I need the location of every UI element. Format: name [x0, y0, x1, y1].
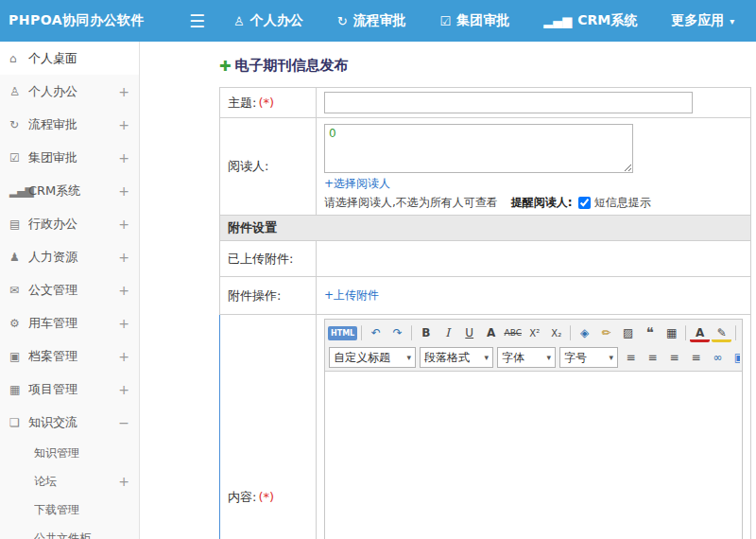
sidebar-item-label: 流程审批 — [28, 116, 114, 133]
redo-button[interactable]: ↷ — [387, 323, 407, 343]
app-logo: PHPOA协同办公软件 — [0, 12, 189, 29]
font-size-select[interactable]: 字号 ▾ — [559, 347, 618, 368]
sidebar-item-workflow-approval[interactable]: ↻ 流程审批 + — [0, 108, 139, 141]
font-name-button[interactable]: A — [481, 323, 501, 343]
sms-notify-label: 短信息提示 — [594, 195, 651, 211]
sidebar-item-archive-mgmt[interactable]: ▣ 档案管理 + — [0, 339, 139, 373]
sidebar-item-group-approval[interactable]: ☑ 集团审批 + — [0, 141, 139, 174]
readers-hint-text: 请选择阅读人,不选为所有人可查看 — [324, 195, 498, 211]
chevron-down-icon: ▾ — [609, 353, 613, 362]
sidebar-item-download-mgmt[interactable]: 下载管理 — [0, 496, 139, 524]
sidebar-item-label: 个人办公 — [28, 83, 114, 100]
source-button[interactable]: HTML — [328, 326, 357, 340]
sidebar-item-forum[interactable]: 论坛 + — [0, 467, 139, 496]
chevron-down-icon: ▾ — [546, 353, 551, 362]
undo-button[interactable]: ↶ — [366, 323, 386, 343]
readers-row: 阅读人: 0 +选择阅读人 请选择阅读人,不选为所有人可查看 提醒阅读人: 短信… — [220, 118, 751, 216]
nav-label: 集团审批 — [456, 12, 509, 29]
dropdown-label: 字号 — [564, 350, 587, 366]
fill-color-button[interactable]: ▨ — [618, 323, 638, 343]
italic-button[interactable]: I — [438, 323, 457, 343]
strikethrough-button[interactable]: ABC — [503, 323, 523, 343]
table-button[interactable]: ▦ — [662, 323, 681, 343]
toolbar-separator — [735, 325, 736, 340]
sidebar-item-label: 公文管理 — [28, 282, 114, 299]
superscript-button[interactable]: X² — [524, 323, 544, 343]
font-color-button[interactable]: A — [690, 326, 710, 342]
sidebar-item-label: 人力资源 — [28, 249, 114, 266]
sidebar-item-label: 知识管理 — [34, 445, 129, 461]
remove-format-button[interactable]: ◈ — [575, 323, 594, 343]
nav-group-approval[interactable]: ☑ 集团审批 — [440, 12, 510, 29]
uploaded-attachments-label: 已上传附件: — [220, 241, 317, 277]
bar-chart-icon: ▂▄▆ — [9, 184, 28, 198]
sidebar-item-public-cabinet[interactable]: 公共文件柜 — [0, 524, 139, 539]
sidebar-item-admin-office[interactable]: ▤ 行政办公 + — [0, 207, 139, 240]
link-button[interactable]: ∞ — [708, 348, 728, 368]
expand-toggle-icon[interactable]: + — [114, 316, 129, 331]
sidebar-item-project-mgmt[interactable]: ▦ 项目管理 + — [0, 373, 139, 406]
select-readers-link[interactable]: +选择阅读人 — [324, 177, 390, 190]
toolbar-separator — [361, 325, 362, 340]
align-left-button[interactable]: ≡ — [621, 348, 641, 368]
sidebar-item-label: CRM系统 — [28, 183, 114, 200]
subject-input[interactable] — [324, 92, 693, 113]
sidebar-item-knowledge-exchange[interactable]: ❏ 知识交流 − — [0, 406, 139, 439]
sidebar-item-desktop[interactable]: ⌂ 个人桌面 — [0, 42, 139, 75]
page-title-text: 电子期刊信息发布 — [235, 57, 349, 75]
sidebar-item-label: 用车管理 — [28, 315, 114, 332]
sidebar-item-document-mgmt[interactable]: ✉ 公文管理 + — [0, 273, 139, 306]
expand-toggle-icon[interactable]: + — [114, 349, 129, 364]
editor-content-area[interactable] — [325, 372, 742, 539]
dropdown-label: 段落格式 — [424, 350, 470, 366]
upload-attachment-link[interactable]: +上传附件 — [324, 288, 379, 302]
expand-toggle-icon[interactable]: + — [114, 217, 129, 232]
blockquote-button[interactable]: ❝ — [640, 323, 660, 343]
nav-workflow-approval[interactable]: ↻ 流程审批 — [337, 12, 406, 29]
readers-textarea[interactable]: 0 — [324, 124, 633, 173]
format-painter-button[interactable]: ✏ — [596, 323, 616, 343]
expand-toggle-icon[interactable]: + — [114, 250, 129, 265]
expand-toggle-icon[interactable]: + — [114, 474, 129, 489]
align-center-button[interactable]: ≡ — [643, 348, 662, 368]
document-icon: ✉ — [9, 284, 28, 297]
chevron-down-icon: ▾ — [484, 353, 489, 362]
sidebar: ⌂ 个人桌面 ♙ 个人办公 + ↻ 流程审批 + ☑ 集团审批 + — [0, 42, 140, 539]
sidebar-item-label: 公共文件柜 — [34, 530, 129, 539]
underline-button[interactable]: U — [459, 323, 479, 343]
expand-toggle-icon[interactable]: + — [114, 117, 129, 132]
subject-row: 主题:(*) — [220, 88, 751, 118]
sidebar-item-hr[interactable]: ♟ 人力资源 + — [0, 240, 139, 273]
align-justify-button[interactable]: ≡ — [686, 348, 706, 368]
heading-select[interactable]: 自定义标题 ▾ — [329, 347, 416, 368]
sidebar-item-label: 档案管理 — [28, 348, 114, 365]
briefcase-icon: ▤ — [9, 217, 28, 231]
bold-button[interactable]: B — [416, 323, 436, 343]
sms-notify-checkbox[interactable] — [578, 197, 591, 209]
subscript-button[interactable]: X₂ — [546, 323, 566, 343]
workflow-icon: ↻ — [9, 118, 28, 131]
expand-toggle-icon[interactable]: − — [114, 415, 129, 430]
font-family-select[interactable]: 字体 ▾ — [497, 347, 556, 368]
sidebar-item-crm-system[interactable]: ▂▄▆ CRM系统 + — [0, 174, 139, 207]
image-button[interactable]: ▣ — [730, 348, 740, 368]
sidebar-item-label: 个人桌面 — [28, 50, 129, 67]
expand-toggle-icon[interactable]: + — [114, 283, 129, 298]
sidebar-item-label: 下载管理 — [34, 502, 129, 518]
nav-crm-system[interactable]: ▂▄▆ CRM系统 — [543, 12, 637, 29]
hamburger-menu-icon[interactable]: ☰ — [189, 12, 205, 30]
align-right-button[interactable]: ≡ — [664, 348, 684, 368]
nav-personal-office[interactable]: ♙ 个人办公 — [233, 12, 303, 29]
nav-more-apps[interactable]: 更多应用 ▾ — [671, 12, 734, 29]
sidebar-item-label: 知识交流 — [28, 414, 114, 431]
expand-toggle-icon[interactable]: + — [114, 183, 129, 199]
paragraph-select[interactable]: 段落格式 ▾ — [420, 347, 493, 368]
sidebar-item-vehicle-mgmt[interactable]: ⚙ 用车管理 + — [0, 306, 139, 339]
sidebar-item-knowledge-mgmt[interactable]: 知识管理 — [0, 439, 139, 467]
highlight-color-button[interactable]: ✎ — [712, 326, 731, 342]
expand-toggle-icon[interactable]: + — [114, 150, 129, 165]
sidebar-item-personal-office[interactable]: ♙ 个人办公 + — [0, 75, 139, 108]
expand-toggle-icon[interactable]: + — [114, 382, 129, 397]
remind-readers-label: 提醒阅读人: — [511, 195, 573, 211]
expand-toggle-icon[interactable]: + — [114, 84, 129, 99]
